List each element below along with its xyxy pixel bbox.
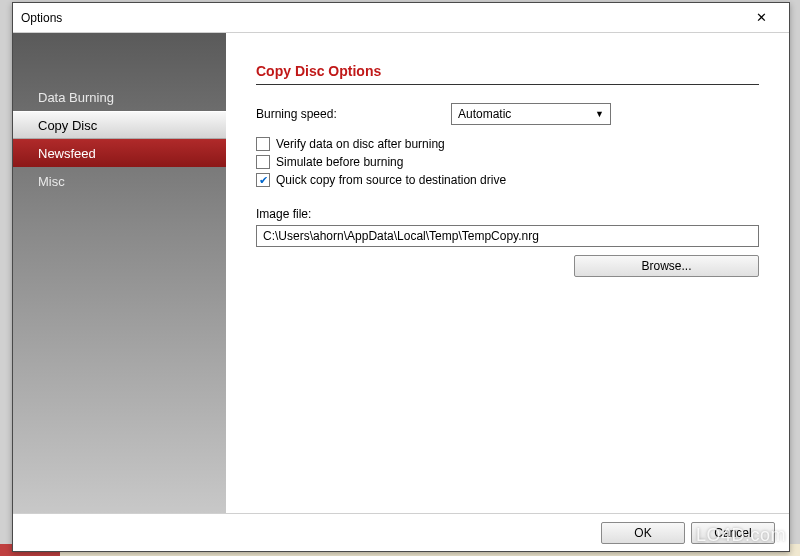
section-title: Copy Disc Options [256,63,759,79]
main-area: Data Burning Copy Disc Newsfeed Misc Cop… [13,33,789,513]
window-title: Options [21,11,741,25]
checkbox-verify-label[interactable]: Verify data on disc after burning [276,137,445,151]
dropdown-value: Automatic [458,107,595,121]
browse-row: Browse... [256,255,759,277]
image-file-input[interactable] [256,225,759,247]
checkbox-quickcopy-row: Quick copy from source to destination dr… [256,173,759,187]
checkbox-verify-row: Verify data on disc after burning [256,137,759,151]
sidebar-item-copy-disc[interactable]: Copy Disc [13,111,226,139]
sidebar-item-misc[interactable]: Misc [13,167,226,195]
title-underline [256,84,759,85]
checkbox-quickcopy-label[interactable]: Quick copy from source to destination dr… [276,173,506,187]
cancel-button[interactable]: Cancel [691,522,775,544]
image-file-section: Image file: Browse... [256,207,759,277]
checkbox-quickcopy[interactable] [256,173,270,187]
titlebar: Options ✕ [13,3,789,33]
sidebar-item-label: Data Burning [38,90,114,105]
checkbox-simulate-label[interactable]: Simulate before burning [276,155,403,169]
sidebar-item-label: Newsfeed [38,146,96,161]
sidebar-item-newsfeed[interactable]: Newsfeed [13,139,226,167]
options-window: Options ✕ Data Burning Copy Disc Newsfee… [12,2,790,552]
close-button[interactable]: ✕ [741,4,781,32]
checkbox-verify[interactable] [256,137,270,151]
burning-speed-label: Burning speed: [256,107,451,121]
sidebar-item-label: Copy Disc [38,118,97,133]
browse-button[interactable]: Browse... [574,255,759,277]
burning-speed-row: Burning speed: Automatic ▼ [256,103,759,125]
sidebar: Data Burning Copy Disc Newsfeed Misc [13,33,226,513]
dialog-footer: OK Cancel [13,513,789,551]
window-body: Data Burning Copy Disc Newsfeed Misc Cop… [13,33,789,551]
burning-speed-dropdown[interactable]: Automatic ▼ [451,103,611,125]
checkbox-simulate[interactable] [256,155,270,169]
sidebar-item-label: Misc [38,174,65,189]
image-file-label: Image file: [256,207,759,221]
sidebar-item-data-burning[interactable]: Data Burning [13,83,226,111]
chevron-down-icon: ▼ [595,109,604,119]
checkbox-simulate-row: Simulate before burning [256,155,759,169]
content-panel: Copy Disc Options Burning speed: Automat… [226,33,789,513]
ok-button[interactable]: OK [601,522,685,544]
